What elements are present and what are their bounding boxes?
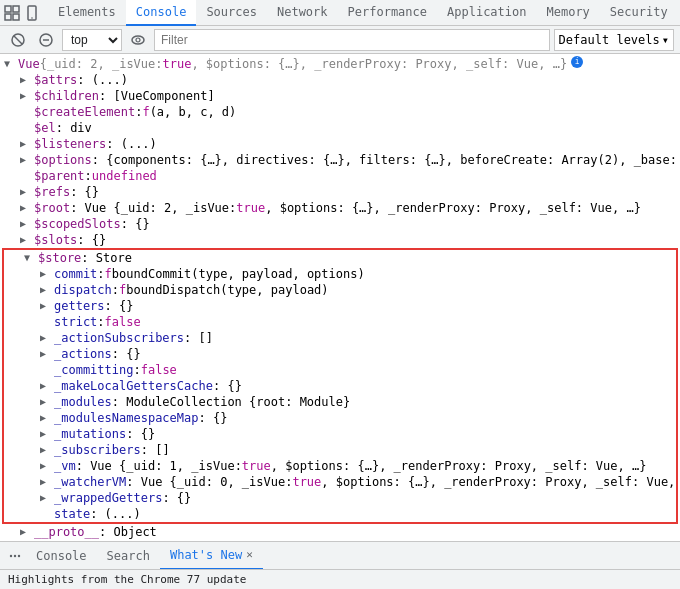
filter-input[interactable] [154,29,550,51]
svg-line-7 [14,36,22,44]
expand-triangle[interactable] [20,232,32,244]
createelement-line: $createElement: f (a, b, c, d) [0,104,680,120]
expand-triangle[interactable] [20,200,32,212]
console-toolbar: top Default levels ▾ [0,26,680,54]
slots-line: $slots: {} [0,232,680,248]
expand-triangle[interactable] [40,394,52,406]
watcher-vm-line: _watcherVM: Vue {_uid: 0, _isVue: true, … [4,474,676,490]
getters-line: getters: {} [4,298,676,314]
devtools-menu-icon[interactable] [4,545,26,567]
options-line: $options: {components: {…}, directives: … [0,152,680,168]
expand-triangle[interactable] [40,458,52,470]
expand-triangle[interactable] [4,56,16,68]
commit-line: commit: f boundCommit(type, payload, opt… [4,266,676,282]
expand-triangle[interactable] [40,330,52,342]
listeners-line: $listeners: (...) [0,136,680,152]
svg-point-11 [136,38,140,42]
parent-line: $parent: undefined [0,168,680,184]
expand-triangle[interactable] [24,250,36,262]
bottom-tab-search[interactable]: Search [97,542,160,570]
clear-console-button[interactable] [6,28,30,52]
wrapped-getters-line: _wrappedGetters: {} [4,490,676,506]
expand-triangle[interactable] [40,490,52,502]
expand-triangle[interactable] [20,136,32,148]
tab-security[interactable]: Security [600,0,678,26]
svg-point-10 [132,36,144,44]
mobile-icon[interactable] [24,5,40,21]
expand-triangle[interactable] [20,152,32,164]
committing-line: _committing: false [4,362,676,378]
root-line: $root: Vue {_uid: 2, _isVue: true, $opti… [0,200,680,216]
strict-line: strict: false [4,314,676,330]
proto-line: __proto__: Object [0,524,680,540]
console-output: Vue {_uid: 2, _isVue: true, $options: {…… [0,54,680,541]
mutations-line: _mutations: {} [4,426,676,442]
svg-rect-0 [5,6,11,12]
status-bar: Highlights from the Chrome 77 update [0,569,680,589]
bottom-tab-whats-new[interactable]: What's New ✕ [160,542,263,570]
expand-triangle[interactable] [40,282,52,294]
attrs-line: $attrs: (...) [0,72,680,88]
expand-triangle[interactable] [40,298,52,310]
stop-button[interactable] [34,28,58,52]
svg-point-12 [10,554,12,556]
expand-triangle[interactable] [20,72,32,84]
expand-triangle[interactable] [40,266,52,278]
expand-triangle[interactable] [20,184,32,196]
bottom-tab-bar: Console Search What's New ✕ [0,541,680,569]
info-icon: i [571,56,583,68]
modules-namespace-line: _modulesNamespaceMap: {} [4,410,676,426]
el-line: $el: div [0,120,680,136]
children-line: $children: [VueComponent] [0,88,680,104]
expand-triangle[interactable] [40,378,52,390]
svg-rect-3 [13,14,19,20]
devtools-icons [4,5,40,21]
subscribers-line: _subscribers: [] [4,442,676,458]
tab-memory[interactable]: Memory [537,0,600,26]
tab-network[interactable]: Network [267,0,338,26]
svg-rect-1 [13,6,19,12]
refs-line: $refs: {} [0,184,680,200]
tab-application[interactable]: Application [437,0,536,26]
store-highlight-box: $store: Store commit: f boundCommit(type… [2,248,678,524]
expand-triangle[interactable] [40,410,52,422]
expand-triangle[interactable] [20,216,32,228]
vue-root-line: Vue {_uid: 2, _isVue: true, $options: {…… [0,56,680,72]
vm-line: _vm: Vue {_uid: 1, _isVue: true, $option… [4,458,676,474]
action-subscribers-line: _actionSubscribers: [] [4,330,676,346]
expand-triangle[interactable] [20,88,32,100]
svg-rect-2 [5,14,11,20]
expand-triangle[interactable] [40,474,52,486]
state-line: state: (...) [4,506,676,522]
tab-elements[interactable]: Elements [48,0,126,26]
eye-button[interactable] [126,28,150,52]
expand-triangle[interactable] [40,442,52,454]
expand-triangle[interactable] [20,524,32,536]
expand-triangle[interactable] [40,426,52,438]
actions-line: _actions: {} [4,346,676,362]
log-level-selector[interactable]: Default levels ▾ [554,29,674,51]
inspect-icon[interactable] [4,5,20,21]
local-getters-line: _makeLocalGettersCache: {} [4,378,676,394]
svg-point-13 [14,554,16,556]
scoped-slots-line: $scopedSlots: {} [0,216,680,232]
bottom-tab-console[interactable]: Console [26,542,97,570]
tab-performance[interactable]: Performance [338,0,437,26]
expand-triangle[interactable] [40,346,52,358]
svg-point-14 [18,554,20,556]
dispatch-line: dispatch: f boundDispatch(type, payload) [4,282,676,298]
store-header-line: $store: Store [4,250,676,266]
tab-console[interactable]: Console [126,0,197,26]
svg-point-5 [31,17,33,19]
context-selector[interactable]: top [62,29,122,51]
close-tab-icon[interactable]: ✕ [246,548,253,561]
modules-line: _modules: ModuleCollection {root: Module… [4,394,676,410]
top-tab-bar: Elements Console Sources Network Perform… [0,0,680,26]
tab-sources[interactable]: Sources [196,0,267,26]
